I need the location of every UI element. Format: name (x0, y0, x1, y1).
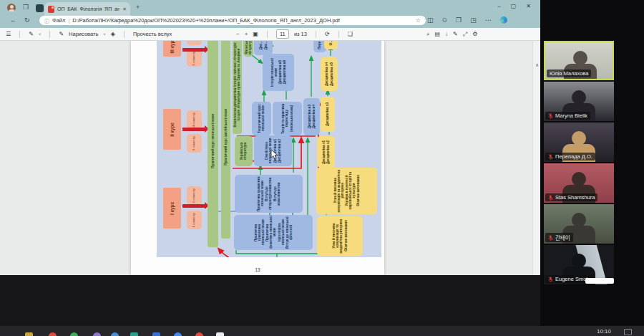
close-window-button[interactable]: ✕ (526, 3, 531, 9)
edit-icon[interactable]: ✎ (453, 31, 458, 37)
system-tray-icon[interactable] (624, 329, 632, 335)
diagram-yellow-box: Усна й писемна комунікація та академічна… (317, 216, 363, 256)
pdf-page: ІІІ курс5 семестрІІ курс4 семестр3 семес… (131, 41, 384, 275)
diagram-yellow-box: Усна й писемна комунікація та академічна… (316, 168, 377, 214)
taskbar-app-icon[interactable] (195, 332, 203, 336)
draw-button[interactable]: Нарисовать (69, 31, 98, 37)
fit-page-icon[interactable]: ▣ (253, 31, 258, 37)
diagram-blue-box: Дисципліна в3Дисципліна в4 (303, 98, 320, 135)
taskbar-app-icon[interactable] (216, 332, 224, 336)
diagram-semester: 4 семестр (187, 110, 202, 129)
page-number-input[interactable]: 11 (276, 29, 289, 39)
eraser-icon[interactable]: ◈ (111, 31, 115, 37)
browser-tab[interactable]: ОП_БАК_Філологія_ЯП_англ_20... ✕ (44, 2, 130, 16)
pen-caret-icon[interactable]: ˅ (39, 32, 42, 37)
participant-tile[interactable]: Stas Shamshura (544, 163, 614, 203)
participant-tile[interactable]: 간태이 (544, 204, 614, 244)
participant-silhouette-head (572, 172, 586, 186)
url-text: D:/Работа/ЛНУ/Кафедра%20док/ОП%202023%20… (72, 17, 413, 24)
split-screen-icon[interactable]: ◫ (427, 16, 434, 24)
participant-silhouette-head (573, 51, 587, 65)
diagram-yellow-box: Дисципліна s3 (321, 97, 335, 132)
diagram-green-box: Японська література (243, 41, 253, 57)
pen-tool-icon[interactable]: ✎ (29, 31, 34, 37)
diagram-blue-box: Практична граматика японської мовиПракти… (234, 215, 313, 250)
close-tab-icon[interactable]: ✕ (122, 6, 127, 12)
diagram-panel: ІІІ курс5 семестрІІ курс4 семестр3 семес… (157, 41, 381, 257)
participant-tile[interactable]: Перепада Д.О. (544, 123, 614, 162)
taskbar-app-icon[interactable] (152, 332, 160, 336)
diagram-semester (187, 41, 202, 45)
collections-icon[interactable]: ❐ (456, 16, 462, 24)
taskbar-app-icon[interactable] (25, 332, 33, 336)
refresh-button[interactable]: ↻ (24, 16, 30, 24)
minimize-button[interactable]: – (497, 3, 500, 9)
save-icon[interactable]: ↓ (445, 31, 448, 37)
rotate-page-icon[interactable]: ⟳ (325, 31, 330, 37)
diagram-red-arrow (182, 128, 205, 131)
zoom-out-button[interactable]: − (236, 31, 240, 37)
profile-avatar-icon[interactable] (7, 4, 16, 12)
participant-name-tag: Stas Shamshura (545, 193, 597, 201)
tab-strip: ❐ ОП_БАК_Філологія_ЯП_англ_20... ✕ + – ▢… (0, 0, 541, 16)
taskbar-clock[interactable]: 10:10 (597, 328, 611, 335)
workspaces-icon[interactable]: ❐ (23, 4, 29, 11)
taskbar-app-icon[interactable] (70, 332, 78, 336)
favorites-icon[interactable]: ✩ (442, 16, 448, 24)
mouse-cursor (270, 149, 278, 160)
printed-page-number: 13 (131, 267, 384, 272)
scrollbar-up-icon[interactable]: ∧ (535, 62, 539, 68)
participants-rail: Юлія Малахова Maryna Bielik Перепада Д.О… (540, 0, 644, 326)
pdf-file-icon (48, 6, 54, 13)
draw-tool-icon[interactable]: ✎ (59, 31, 64, 37)
participant-name: Stas Shamshura (555, 194, 595, 201)
muted-mic-icon (548, 235, 553, 241)
site-info-icon[interactable]: ⓘ (44, 17, 49, 24)
page-total-label: из 13 (294, 31, 307, 37)
participant-list: Юлія Малахова Maryna Bielik Перепада Д.О… (544, 41, 614, 286)
draw-caret-icon[interactable]: ˅ (103, 32, 106, 37)
taskbar-app-icon[interactable] (93, 332, 101, 336)
diagram-yellow-box: Дисципліна s1Дисципліна s2 (317, 136, 335, 168)
pdf-toolbar: ☰ ✎ ˅ ✎ Нарисовать ˅ ◈ Прочесть вслух − … (0, 28, 541, 41)
address-input[interactable]: ⓘ Файл | D:/Работа/ЛНУ/Кафедра%20док/ОП%… (39, 16, 426, 25)
diagram-course: ІІ курс (163, 109, 181, 150)
participant-tile[interactable]: Юлія Малахова (544, 41, 614, 80)
muted-mic-icon (548, 154, 553, 160)
diagram-blue-box: Історія японської мовиДисципліна в5Дисци… (263, 54, 294, 91)
tab-actions-icon[interactable] (36, 4, 44, 12)
participant-tile[interactable]: Maryna Bielik (544, 82, 614, 121)
diagram-course: І курс (163, 188, 181, 229)
diagram-course: ІІІ курс (163, 41, 181, 57)
taskbar-app-icon[interactable] (174, 332, 182, 336)
participant-name-tag: Maryna Bielik (545, 112, 590, 120)
read-aloud-button[interactable]: Прочесть вслух (133, 31, 172, 37)
copilot-icon[interactable] (500, 16, 507, 24)
maximize-button[interactable]: ▢ (511, 3, 517, 9)
participant-name: 간태이 (555, 234, 570, 241)
url-divider: | (68, 18, 69, 23)
settings-icon[interactable]: ⚙ (472, 31, 477, 37)
zoom-in-button[interactable]: + (245, 31, 248, 37)
bookmark-star-icon[interactable]: ☆ (416, 17, 421, 24)
taskbar-app-icon[interactable] (111, 332, 119, 336)
back-button[interactable]: ← (10, 16, 16, 24)
print-icon[interactable]: ▤ (434, 31, 440, 37)
new-tab-button[interactable]: + (136, 4, 140, 11)
participant-name-tag: Юлія Малахова (547, 69, 591, 77)
search-icon[interactable]: ⌕ (426, 31, 429, 38)
tab-title: ОП_БАК_Філологія_ЯП_англ_20... (57, 6, 119, 11)
diagram-blue-box: Теоретичний курс японської мови (252, 102, 271, 135)
fullscreen-icon[interactable]: ⤢ (463, 31, 467, 38)
participant-name-tag: Перепада Д.О. (545, 153, 595, 160)
annotation-menu-icon[interactable]: ☰ (6, 31, 11, 37)
more-menu-icon[interactable]: ⋯ (485, 16, 492, 24)
participant-name: Перепада Д.О. (555, 153, 592, 160)
page-view-icon[interactable]: ❏ (348, 31, 353, 37)
diagram-green-bar: Комплексна дисципліна Історія світової л… (233, 41, 242, 134)
tooltip-popup (585, 278, 614, 284)
extensions-icon[interactable]: ◳ (470, 16, 477, 24)
diagram-blue-box: Практична граматика японської мовиВступ … (235, 175, 303, 213)
taskbar-app-icon[interactable] (49, 332, 57, 336)
taskbar-app-icon[interactable] (130, 332, 138, 336)
